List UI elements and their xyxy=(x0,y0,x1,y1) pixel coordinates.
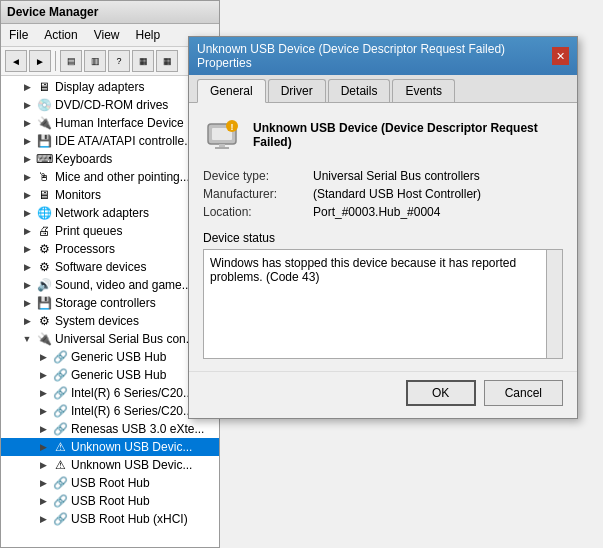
status-scrollbar[interactable] xyxy=(546,250,562,358)
tree-item-dvd[interactable]: ▶💿DVD/CD-ROM drives xyxy=(1,96,219,114)
tree-item-root3[interactable]: ▶🔗USB Root Hub (xHCI) xyxy=(1,510,219,528)
dialog-close-button[interactable]: ✕ xyxy=(552,47,569,65)
tree-item-processor[interactable]: ▶⚙Processors xyxy=(1,240,219,258)
tree-item-intel1[interactable]: ▶🔗Intel(R) 6 Series/C20... xyxy=(1,384,219,402)
tree-item-renesas[interactable]: ▶🔗Renesas USB 3.0 eXte... xyxy=(1,420,219,438)
expand-icon[interactable]: ▶ xyxy=(37,351,49,363)
tree-item-print[interactable]: ▶🖨Print queues xyxy=(1,222,219,240)
tree-item-monitors[interactable]: ▶🖥Monitors xyxy=(1,186,219,204)
tree-item-network[interactable]: ▶🌐Network adapters xyxy=(1,204,219,222)
tree-item-hub1[interactable]: ▶🔗Generic USB Hub xyxy=(1,348,219,366)
expand-icon[interactable]: ▶ xyxy=(21,207,33,219)
tree-item-label: Software devices xyxy=(55,260,146,274)
expand-icon[interactable]: ▶ xyxy=(37,369,49,381)
tree-item-label: DVD/CD-ROM drives xyxy=(55,98,168,112)
tab-general[interactable]: General xyxy=(197,79,266,103)
menu-file[interactable]: File xyxy=(5,26,32,44)
tree-item-root1[interactable]: ▶🔗USB Root Hub xyxy=(1,474,219,492)
expand-icon[interactable]: ▶ xyxy=(37,477,49,489)
expand-icon[interactable]: ▶ xyxy=(21,153,33,165)
tab-events[interactable]: Events xyxy=(392,79,455,102)
tree-item-hub2[interactable]: ▶🔗Generic USB Hub xyxy=(1,366,219,384)
cancel-button[interactable]: Cancel xyxy=(484,380,563,406)
tree-item-keyboard[interactable]: ▶⌨Keyboards xyxy=(1,150,219,168)
usb2-icon: 🔌 xyxy=(36,331,52,347)
tree-item-display[interactable]: ▶🖥Display adapters xyxy=(1,78,219,96)
toolbar-btn-2[interactable]: ▥ xyxy=(84,50,106,72)
tree-item-label: Intel(R) 6 Series/C20... xyxy=(71,386,193,400)
toolbar-btn-4[interactable]: ▦ xyxy=(132,50,154,72)
tree-item-label: USB Root Hub (xHCI) xyxy=(71,512,188,526)
expand-icon[interactable]: ▶ xyxy=(37,405,49,417)
tab-driver[interactable]: Driver xyxy=(268,79,326,102)
tree-item-label: IDE ATA/ATAPI controlle... xyxy=(55,134,194,148)
tree-item-label: Storage controllers xyxy=(55,296,156,310)
tree-item-intel2[interactable]: ▶🔗Intel(R) 6 Series/C20... xyxy=(1,402,219,420)
tree-item-system[interactable]: ▶⚙System devices xyxy=(1,312,219,330)
tree-item-usb[interactable]: ▼🔌Universal Serial Bus con... xyxy=(1,330,219,348)
expand-icon[interactable]: ▶ xyxy=(37,423,49,435)
expand-icon[interactable]: ▶ xyxy=(37,441,49,453)
ok-button[interactable]: OK xyxy=(406,380,476,406)
expand-icon[interactable]: ▶ xyxy=(21,189,33,201)
expand-icon[interactable]: ▶ xyxy=(21,261,33,273)
tree-item-sound[interactable]: ▶🔊Sound, video and game... xyxy=(1,276,219,294)
expand-icon[interactable]: ▶ xyxy=(37,387,49,399)
tree-item-storage[interactable]: ▶💾Storage controllers xyxy=(1,294,219,312)
expand-icon[interactable]: ▶ xyxy=(21,243,33,255)
tree-item-label: Human Interface Device xyxy=(55,116,184,130)
expand-icon[interactable]: ▼ xyxy=(21,333,33,345)
sound-icon: 🔊 xyxy=(36,277,52,293)
expand-icon[interactable]: ▶ xyxy=(21,171,33,183)
tree-item-ide[interactable]: ▶💾IDE ATA/ATAPI controlle... xyxy=(1,132,219,150)
hub-icon: 🔗 xyxy=(52,511,68,527)
tab-bar: General Driver Details Events xyxy=(189,75,577,103)
expand-icon[interactable]: ▶ xyxy=(37,495,49,507)
tree-item-mice[interactable]: ▶🖱Mice and other pointing... xyxy=(1,168,219,186)
tree-item-label: Renesas USB 3.0 eXte... xyxy=(71,422,204,436)
hub-icon: 🔗 xyxy=(52,475,68,491)
back-button[interactable]: ◄ xyxy=(5,50,27,72)
expand-icon[interactable]: ▶ xyxy=(37,513,49,525)
expand-icon[interactable]: ▶ xyxy=(37,459,49,471)
toolbar-btn-5[interactable]: ▦ xyxy=(156,50,178,72)
hub-icon: 🔗 xyxy=(52,385,68,401)
menu-action[interactable]: Action xyxy=(40,26,81,44)
expand-icon[interactable]: ▶ xyxy=(21,117,33,129)
forward-button[interactable]: ► xyxy=(29,50,51,72)
hub-icon: 🔗 xyxy=(52,403,68,419)
toolbar-btn-3[interactable]: ? xyxy=(108,50,130,72)
expand-icon[interactable]: ▶ xyxy=(21,225,33,237)
tree-item-label: Mice and other pointing... xyxy=(55,170,190,184)
expand-icon[interactable]: ▶ xyxy=(21,135,33,147)
menu-help[interactable]: Help xyxy=(132,26,165,44)
tree-item-label: Intel(R) 6 Series/C20... xyxy=(71,404,193,418)
expand-icon[interactable]: ▶ xyxy=(21,279,33,291)
device-info-table: Device type: Universal Serial Bus contro… xyxy=(203,169,563,219)
toolbar-separator-1 xyxy=(55,51,56,71)
expand-icon[interactable]: ▶ xyxy=(21,81,33,93)
dialog-body: ! Unknown USB Device (Device Descriptor … xyxy=(189,103,577,371)
tree-item-unknown1[interactable]: ▶⚠Unknown USB Devic... xyxy=(1,438,219,456)
device-type-row: Device type: Universal Serial Bus contro… xyxy=(203,169,563,183)
tree-item-label: Print queues xyxy=(55,224,122,238)
monitor2-icon: 🖥 xyxy=(36,187,52,203)
tree-item-hid[interactable]: ▶🔌Human Interface Device xyxy=(1,114,219,132)
expand-icon[interactable]: ▶ xyxy=(21,99,33,111)
toolbar-btn-1[interactable]: ▤ xyxy=(60,50,82,72)
mouse-icon: 🖱 xyxy=(36,169,52,185)
tab-details[interactable]: Details xyxy=(328,79,391,102)
device-status-box: Windows has stopped this device because … xyxy=(203,249,563,359)
print-icon: 🖨 xyxy=(36,223,52,239)
expand-icon[interactable]: ▶ xyxy=(21,315,33,327)
tree-item-unknown2[interactable]: ▶⚠Unknown USB Devic... xyxy=(1,456,219,474)
storage-icon: 💾 xyxy=(36,295,52,311)
tree-item-label: System devices xyxy=(55,314,139,328)
menu-view[interactable]: View xyxy=(90,26,124,44)
tree-item-software[interactable]: ▶⚙Software devices xyxy=(1,258,219,276)
dialog-titlebar: Unknown USB Device (Device Descriptor Re… xyxy=(189,37,577,75)
hub-icon: 🔗 xyxy=(52,493,68,509)
device-manager-window: Device Manager File Action View Help ◄ ►… xyxy=(0,0,220,548)
expand-icon[interactable]: ▶ xyxy=(21,297,33,309)
tree-item-root2[interactable]: ▶🔗USB Root Hub xyxy=(1,492,219,510)
